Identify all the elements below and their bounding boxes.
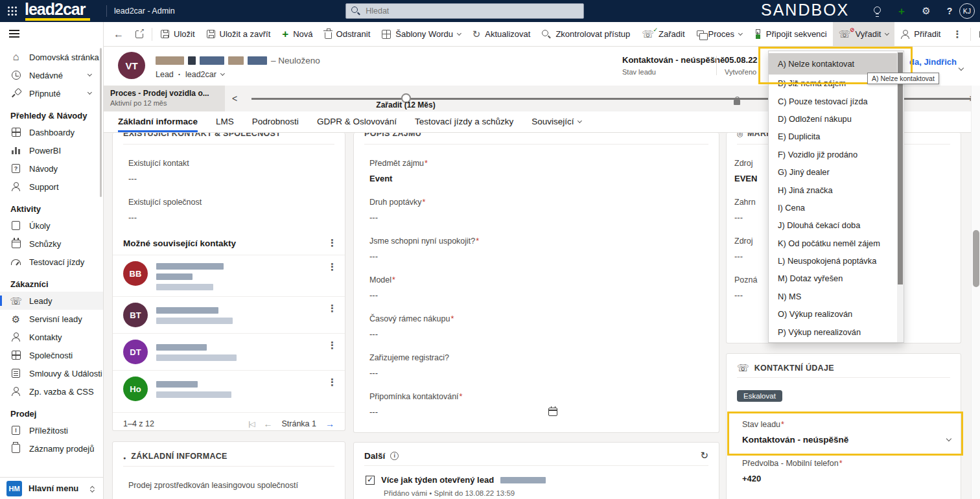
- sidebar-item-powerbi[interactable]: PowerBI: [0, 141, 103, 159]
- menu-item-k[interactable]: K) Od počátku neměl zájem: [769, 235, 897, 252]
- menu-item-n[interactable]: N) MS: [769, 288, 897, 305]
- quick-create-icon[interactable]: [892, 0, 911, 22]
- row-more-icon[interactable]: [327, 340, 337, 351]
- disqualify-button[interactable]: Vyřadit: [833, 22, 895, 47]
- tab-zakladni-informace[interactable]: Základní informace: [118, 117, 198, 132]
- sidebar-item-dashboards[interactable]: Dashboardy: [0, 123, 103, 141]
- help-icon[interactable]: [940, 0, 959, 22]
- field-druh-poptavky[interactable]: Druh poptávky ---: [369, 198, 719, 222]
- refresh-button[interactable]: Aktualizovat: [467, 22, 537, 47]
- sidebar-item-guides[interactable]: Návody: [0, 159, 103, 178]
- field-stav-leadu[interactable]: Stav leadu Kontaktován - neúspěšně: [742, 420, 961, 445]
- header-status-field[interactable]: Kontaktován - neúspěšně Stav leadu: [622, 55, 725, 76]
- field-jsme-schopni[interactable]: Jsme schopni nyní uspokojit? ---: [369, 237, 719, 261]
- header-collapse-chevron[interactable]: [959, 61, 963, 73]
- sidebar-scrollbar[interactable]: [100, 48, 102, 197]
- menu-item-d[interactable]: D) Odložení nákupu: [769, 110, 897, 128]
- field-predvolba[interactable]: Předvolba - Mobilní telefon +420: [742, 459, 961, 483]
- field-existing-company[interactable]: Existující společnost ---: [128, 198, 345, 222]
- row-more-icon[interactable]: [327, 262, 337, 272]
- info-icon[interactable]: [390, 452, 399, 460]
- row-more-icon[interactable]: [327, 377, 337, 388]
- refresh-icon[interactable]: [700, 450, 708, 461]
- menu-item-p[interactable]: P) Výkup nerealizován: [769, 323, 897, 340]
- sidebar-item-tasks[interactable]: Úkoly: [0, 216, 103, 235]
- contact-list-item[interactable]: BB: [113, 255, 345, 296]
- menu-item-m[interactable]: M) Dotaz vyřešen: [769, 270, 897, 287]
- todo-checkbox[interactable]: [366, 476, 375, 485]
- prev-page-icon[interactable]: [263, 419, 272, 429]
- check-access-button[interactable]: Zkontrolovat přístup: [536, 22, 636, 47]
- tab-podrobnosti[interactable]: Podrobnosti: [252, 117, 299, 132]
- search-input[interactable]: [364, 6, 578, 16]
- hamburger-menu-icon[interactable]: [9, 30, 19, 38]
- menu-item-g[interactable]: G) Jiný dealer: [769, 163, 897, 181]
- field-registrace[interactable]: Zařizujeme registraci? ---: [369, 353, 719, 378]
- sidebar-item-sales-records[interactable]: Záznamy prodejů: [0, 439, 103, 458]
- form-selector[interactable]: lead2car: [185, 70, 216, 79]
- save-button[interactable]: Uložit: [155, 22, 201, 47]
- menu-item-h[interactable]: H) Jiná značka: [769, 181, 897, 198]
- menu-item-a[interactable]: A) Nelze kontaktovat: [769, 53, 897, 75]
- calendar-icon[interactable]: [548, 408, 557, 416]
- contact-list-item[interactable]: DT: [113, 333, 345, 370]
- sidebar-item-recent[interactable]: Nedávné: [0, 66, 103, 84]
- field-casovy-ramec[interactable]: Časový rámec nákupu ---: [369, 314, 719, 339]
- sidebar-item-opportunities[interactable]: Příležitosti: [0, 421, 103, 439]
- sidebar-item-pinned[interactable]: Připnuté: [0, 84, 103, 102]
- global-search[interactable]: [345, 3, 584, 19]
- more-commands-button[interactable]: [946, 22, 968, 47]
- owner-link[interactable]: da, Jindřich: [909, 57, 957, 67]
- field-pripominka[interactable]: Připomínka kontaktování ---: [369, 392, 719, 417]
- assign-button[interactable]: Přiřadit: [894, 22, 946, 47]
- process-button[interactable]: Proces: [691, 22, 748, 47]
- tab-souvisejici[interactable]: Související: [531, 117, 581, 132]
- first-page-icon[interactable]: [248, 420, 254, 428]
- back-button[interactable]: [108, 22, 130, 47]
- sidebar-footer-menu[interactable]: HM Hlavní menu: [0, 477, 103, 499]
- sidebar-item-test-drives[interactable]: Testovací jízdy: [0, 253, 103, 271]
- sidebar-item-support[interactable]: Support: [0, 178, 103, 196]
- save-close-button[interactable]: Uložit a zavřít: [201, 22, 277, 47]
- waffle-icon[interactable]: [3, 0, 22, 22]
- field-leasing[interactable]: Prodej zprostředkován leasingovou společ…: [128, 481, 345, 490]
- dropdown-scrollbar[interactable]: [897, 51, 904, 342]
- menu-item-j[interactable]: J) Dlouhá čekací doba: [769, 216, 897, 234]
- share-button[interactable]: Sdílet: [974, 22, 980, 47]
- scrollbar-thumb[interactable]: [973, 230, 979, 287]
- menu-item-l[interactable]: L) Neuspokojená poptávka: [769, 252, 897, 270]
- sidebar-item-leads[interactable]: Leady: [0, 292, 103, 310]
- settings-gear-icon[interactable]: [916, 0, 936, 22]
- menu-item-c[interactable]: C) Pouze testovací jízda: [769, 92, 897, 110]
- sidebar-item-contacts[interactable]: Kontakty: [0, 328, 103, 346]
- menu-item-o[interactable]: O) Výkup realizován: [769, 305, 897, 323]
- scrollbar-thumb[interactable]: [898, 52, 903, 284]
- new-button[interactable]: Nová: [276, 22, 318, 47]
- sidebar-item-service-leads[interactable]: Servisní leady: [0, 310, 103, 328]
- connect-sequence-button[interactable]: Připojit sekvenci: [748, 22, 833, 47]
- menu-item-e[interactable]: E) Duplicita: [769, 128, 897, 145]
- sidebar-item-home[interactable]: Domovská stránka: [0, 48, 103, 66]
- popout-button[interactable]: [130, 22, 149, 47]
- row-more-icon[interactable]: [327, 303, 337, 314]
- contact-list-item[interactable]: Ho: [113, 370, 345, 407]
- tab-gdpr[interactable]: GDPR & Oslovování: [317, 117, 397, 132]
- process-prev-chevron[interactable]: [232, 93, 237, 104]
- contact-list-item[interactable]: BT: [113, 296, 345, 333]
- sidebar-item-contracts[interactable]: Smlouvy & Události: [0, 364, 103, 382]
- tab-lms[interactable]: LMS: [216, 117, 234, 132]
- word-templates-button[interactable]: Šablony Wordu: [376, 22, 466, 47]
- field-model[interactable]: Model ---: [369, 275, 719, 300]
- menu-item-f[interactable]: F) Vozidlo již prodáno: [769, 146, 897, 163]
- next-page-icon[interactable]: [325, 419, 334, 429]
- user-avatar[interactable]: KJ: [959, 3, 975, 19]
- qualify-button[interactable]: Zařadit: [636, 22, 690, 47]
- lightbulb-icon[interactable]: [867, 0, 887, 22]
- header-created-field[interactable]: 05.08.22 Vytvořeno: [725, 55, 758, 76]
- chevron-down-icon[interactable]: [220, 71, 225, 76]
- field-predmet-zajmu[interactable]: Předmět zájmu Event: [369, 159, 719, 183]
- menu-item-i[interactable]: I) Cena: [769, 199, 897, 216]
- sidebar-item-feedback[interactable]: Zp. vazba & CSS: [0, 382, 103, 400]
- sidebar-item-companies[interactable]: Společnosti: [0, 346, 103, 364]
- delete-button[interactable]: Odstranit: [319, 22, 377, 47]
